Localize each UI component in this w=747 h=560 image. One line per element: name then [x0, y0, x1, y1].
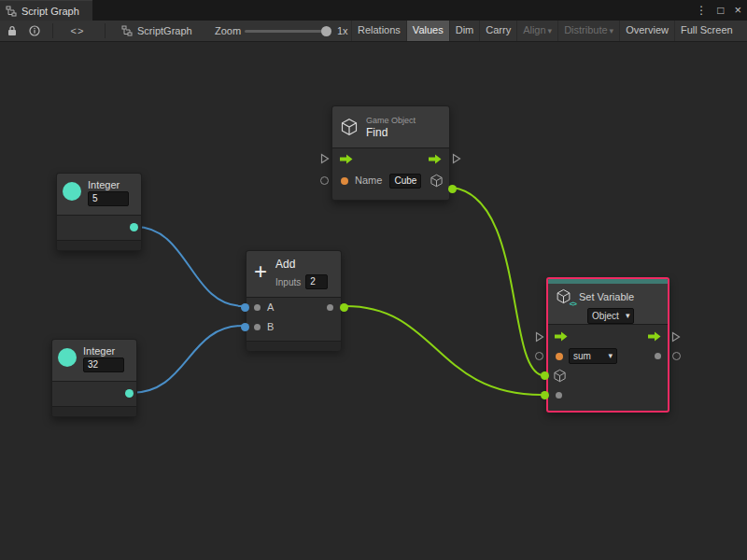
chevron-down-icon: ▾: [548, 26, 553, 35]
variable-name-port[interactable]: [556, 353, 563, 360]
port-row-b: B: [247, 317, 341, 337]
chevron-down-icon: ▾: [610, 26, 614, 35]
node-integer-5[interactable]: Integer 5: [56, 173, 142, 251]
node-footer: [247, 341, 341, 351]
node-title: Find: [366, 126, 416, 139]
value-input-row: [548, 385, 668, 405]
flow-out-arrow-icon[interactable]: [429, 154, 442, 164]
object-target-port-icon[interactable]: [553, 369, 567, 383]
graph-breadcrumb[interactable]: ScriptGraph: [121, 21, 192, 41]
tab-title: Script Graph: [21, 6, 79, 17]
lock-button[interactable]: [2, 21, 22, 41]
overview-button[interactable]: Overview: [619, 21, 674, 41]
chevron-down-icon: ▾: [608, 349, 613, 363]
input-port-a[interactable]: [254, 304, 261, 311]
code-badge-icon: <>: [570, 300, 576, 308]
integer-type-icon: [58, 348, 77, 367]
flow-out-arrow-icon[interactable]: [648, 331, 661, 342]
name-label: Name: [355, 175, 382, 186]
node-add[interactable]: + Add Inputs 2 A B: [246, 250, 342, 350]
node-category: Game Object: [366, 116, 416, 126]
node-header: + Add Inputs 2: [247, 251, 341, 298]
inputs-count-field[interactable]: 2: [305, 274, 328, 289]
name-outer-circle-port[interactable]: [535, 352, 543, 360]
wire-add-to-setvariable-value[interactable]: [345, 306, 542, 395]
flow-port-row: [548, 327, 668, 346]
window-controls: ⋮ □ ×: [696, 0, 741, 21]
node-title: Add: [275, 258, 328, 272]
node-header: Integer 32: [52, 340, 136, 382]
variable-scope-dropdown[interactable]: Object ▾: [587, 308, 634, 324]
output-port-row: [52, 382, 136, 406]
node-header: Integer 5: [57, 174, 141, 216]
flow-in-triangle-port[interactable]: [320, 153, 330, 164]
distribute-dropdown-button[interactable]: Distribute▾: [557, 21, 619, 41]
node-header: <> Set Variable Object ▾: [548, 284, 668, 325]
sum-output-port[interactable]: [327, 304, 333, 311]
port-a-label: A: [267, 301, 274, 313]
connection-dot-result[interactable]: [448, 185, 457, 193]
output-outer-circle-port[interactable]: [672, 352, 681, 360]
window-maximize-icon[interactable]: □: [717, 0, 724, 21]
node-header: Game Object Find: [332, 106, 449, 148]
align-dropdown-button[interactable]: Align▾: [516, 21, 557, 41]
integer-output-port[interactable]: [125, 389, 134, 398]
value-input-port[interactable]: [556, 392, 562, 399]
toolbar-separator: [52, 23, 53, 38]
fullscreen-button[interactable]: Full Screen: [674, 21, 739, 41]
node-title: Set Variable: [579, 291, 634, 302]
variable-name-row: sum ▾: [548, 346, 668, 366]
carry-button[interactable]: Carry: [479, 21, 516, 41]
flow-in-arrow-icon[interactable]: [340, 154, 353, 164]
toolbar-separator: [105, 23, 106, 38]
node-footer: [52, 406, 136, 416]
name-value-field[interactable]: Cube: [389, 174, 421, 189]
connection-dot-output[interactable]: [340, 303, 348, 312]
result-gameobject-port-icon[interactable]: [430, 174, 444, 188]
zoom-label: Zoom: [215, 21, 241, 41]
connection-dot-object[interactable]: [541, 371, 549, 380]
name-input-port[interactable]: [341, 177, 348, 185]
connection-dot-b[interactable]: [241, 323, 249, 331]
info-icon: [29, 25, 40, 36]
zoom-slider-handle[interactable]: [321, 26, 331, 36]
wire-integer32-to-add-b[interactable]: [131, 326, 243, 393]
dim-button[interactable]: Dim: [449, 21, 480, 41]
node-set-variable[interactable]: <> Set Variable Object ▾ sum: [546, 277, 669, 413]
code-view-button[interactable]: <>: [67, 21, 88, 41]
add-icon: +: [254, 259, 267, 290]
name-outer-circle-port[interactable]: [320, 176, 329, 185]
flow-out-triangle-port[interactable]: [671, 331, 681, 343]
scope-value: Object: [592, 309, 619, 323]
variable-name-dropdown[interactable]: sum ▾: [569, 348, 617, 364]
tab-script-graph[interactable]: Script Graph: [0, 0, 92, 21]
node-gameobject-find[interactable]: Game Object Find Name Cube: [331, 105, 450, 201]
node-integer-32[interactable]: Integer 32: [51, 339, 137, 417]
window-close-icon[interactable]: ×: [734, 0, 741, 21]
gameobject-cube-icon: [340, 118, 359, 136]
zoom-slider[interactable]: [245, 30, 331, 33]
input-port-b[interactable]: [254, 324, 261, 330]
flow-out-triangle-port[interactable]: [452, 153, 461, 164]
script-graph-icon: [6, 6, 17, 17]
object-target-row: [548, 366, 668, 385]
integer-output-port[interactable]: [130, 223, 138, 231]
zoom-value: 1x: [337, 21, 348, 41]
connection-dot-value[interactable]: [541, 391, 549, 399]
code-icon: <>: [71, 25, 85, 36]
flow-in-triangle-port[interactable]: [535, 331, 544, 343]
values-button[interactable]: Values: [406, 21, 449, 41]
set-variable-icon: <>: [556, 288, 572, 305]
flow-in-arrow-icon[interactable]: [555, 331, 568, 342]
connection-dot-a[interactable]: [241, 303, 249, 312]
info-button[interactable]: [24, 21, 45, 41]
flow-port-row: [332, 148, 449, 170]
relations-button[interactable]: Relations: [351, 21, 406, 41]
value-output-port[interactable]: [655, 353, 661, 359]
window-menu-icon[interactable]: ⋮: [696, 0, 707, 21]
variable-name-value: sum: [573, 349, 591, 363]
integer-value-field[interactable]: 32: [83, 357, 124, 372]
wire-find-to-setvariable-object[interactable]: [453, 188, 542, 375]
integer-value-field[interactable]: 5: [88, 191, 129, 206]
wire-integer5-to-add-a[interactable]: [135, 227, 243, 306]
